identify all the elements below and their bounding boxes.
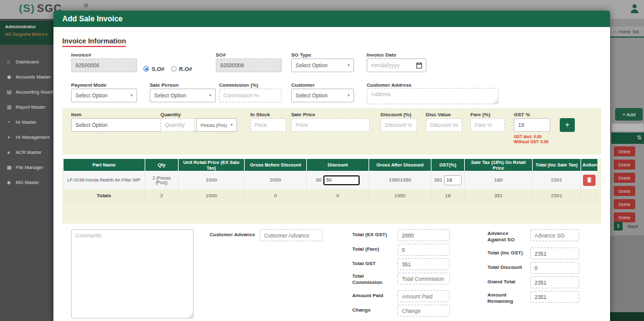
discount-pct-field[interactable] (380, 118, 417, 132)
disc-value-field[interactable] (426, 118, 462, 132)
delete-button[interactable]: Delete (614, 199, 635, 209)
globe-icon: ◉ (7, 74, 13, 80)
delete-button[interactable]: Delete (614, 186, 635, 196)
change-label: Change (352, 307, 370, 313)
sale-price-field[interactable] (291, 118, 370, 132)
total-fare-field[interactable] (397, 244, 450, 256)
sidebar-item-hr-management[interactable]: ◑Hr Management (0, 131, 53, 143)
col-total: Total (Inc Sale Tax) (533, 159, 581, 171)
cell-part-name: LP-0198-Honda Rebirth Air-Filter IMP (64, 171, 145, 189)
sidebar-item-hr-master[interactable]: ◔Hr Master (0, 116, 53, 128)
without-gst-text: Without GST: 0.00 (514, 139, 548, 144)
sidebar-item-label: Accounting Vouch (16, 89, 53, 95)
quantity-field[interactable] (160, 118, 195, 132)
ro-radio-label[interactable]: R.O# (179, 66, 192, 72)
in-stock-field[interactable] (250, 118, 286, 132)
sale-person-select[interactable]: Select Option▾ (150, 89, 216, 102)
sidebar-item-accounting-vouchers[interactable]: ▤Accounting Vouch (0, 85, 53, 98)
amount-remaining-field[interactable] (530, 291, 579, 303)
user-org[interactable]: MG Sargodha Motors ▾ (5, 32, 48, 37)
total-inc-gst-field[interactable] (530, 248, 579, 259)
total-ex-gst-field[interactable] (397, 229, 450, 241)
hamburger-icon[interactable]: ≡ (84, 1, 89, 10)
add-item-button[interactable]: + (560, 118, 575, 132)
sidebar-item-accounts-master[interactable]: ◉Accounts Master (0, 70, 53, 83)
payment-mode-select[interactable]: Select Option▾ (71, 89, 137, 102)
totals-sale-tax: 351 (465, 189, 533, 203)
invoice-number-field (71, 58, 137, 72)
quantity-unit-select[interactable]: Peices (Pcs)▾ (196, 118, 237, 132)
breadcrumb-page: Sal (633, 30, 639, 34)
change-field[interactable] (397, 305, 450, 317)
row-delete-button[interactable] (583, 175, 596, 186)
cell-qty: 2 (Peices (Pcs)) (145, 171, 179, 189)
sidebar-item-report-master[interactable]: ▥Report Master (0, 101, 53, 113)
commission-field[interactable] (219, 89, 282, 102)
row-discount-input[interactable] (323, 175, 360, 185)
app-frame: (S)SGC ≡ Administrator MG Sargodha Motor… (0, 0, 644, 321)
totals-total: 2301 (533, 189, 581, 203)
customer-label: Customer (291, 82, 314, 88)
so-type-select[interactable]: Select Option▾ (291, 58, 354, 72)
gst-helper-text: GST Amt: 0.00 Without GST: 0.00 (514, 134, 548, 144)
col-qty: Qty (145, 159, 179, 171)
sidebar-item-mg-master[interactable]: ◈MG Master (0, 176, 53, 188)
cell-gross-before: 2000 (245, 171, 307, 189)
cell-gross-after: 19501950 (369, 171, 431, 189)
sale-price-label: Sale Price (291, 112, 315, 117)
delete-button[interactable]: Delete (614, 146, 635, 156)
trash-icon (587, 177, 592, 183)
quantity-label: Quantity (160, 112, 180, 117)
delete-button[interactable]: Delete (614, 173, 635, 183)
total-gst-field[interactable] (397, 258, 450, 270)
customer-select[interactable]: Select Option▾ (291, 89, 354, 102)
order-type-radio-group: S.O#R.O# (143, 62, 199, 73)
gst-pct-label: GST % (514, 112, 530, 117)
sidebar-item-acr-master[interactable]: ◕ACR Master (0, 146, 53, 158)
sidebar-item-label: Hr Management (16, 134, 50, 140)
acr-icon: ◕ (7, 150, 13, 155)
so-radio-label[interactable]: S.O# (152, 66, 165, 72)
sidebar-item-dashboard[interactable]: ⌂Dashboard (0, 55, 53, 68)
customer-advance-label: Customer Advance (209, 232, 255, 238)
advance-against-so-field[interactable] (530, 229, 579, 241)
amount-paid-field[interactable] (397, 290, 450, 302)
user-icon[interactable] (630, 4, 639, 14)
folder-icon: ▦ (7, 165, 13, 170)
payment-mode-value: Select Option (75, 92, 108, 99)
total-discount-field[interactable] (530, 262, 579, 274)
sort-icon[interactable]: ⇅ (636, 134, 641, 141)
calendar-icon[interactable] (416, 62, 422, 68)
total-commission-field[interactable] (397, 273, 450, 285)
comments-field[interactable] (71, 229, 194, 318)
row-gst-input[interactable] (444, 175, 462, 185)
delete-button[interactable]: Delete (614, 212, 635, 222)
customer-address-field[interactable] (367, 88, 499, 104)
sidebar-user-block[interactable]: Administrator MG Sargodha Motors ▾ (0, 21, 53, 45)
breadcrumb-home[interactable]: Home (619, 30, 631, 34)
fare-pct-field[interactable] (470, 118, 505, 132)
totals-gst: 18 (431, 189, 465, 203)
gst-pct-field[interactable] (514, 118, 550, 132)
customer-address-label: Customer Address (367, 82, 411, 88)
totals-label: Totals (64, 189, 145, 203)
search-input[interactable] (611, 123, 644, 132)
chevron-down-icon: ▾ (347, 93, 350, 98)
customer-advance-field[interactable] (260, 229, 323, 241)
so-radio[interactable] (143, 66, 149, 72)
sidebar-item-label: Accounts Master (16, 74, 51, 80)
amount-remaining-label: Amount Remaining (487, 292, 519, 305)
pagination-page-1[interactable]: 1 (614, 222, 623, 231)
sidebar-item-file-manager[interactable]: ▦File Manager (0, 161, 53, 173)
totals-discount: 0 (307, 189, 369, 203)
item-label: Item (71, 112, 81, 117)
ro-radio[interactable] (171, 66, 177, 72)
add-button[interactable]: + Add (615, 108, 643, 121)
totals-gross-after: 1950 (369, 189, 431, 203)
pagination-next[interactable]: Next (628, 224, 638, 229)
cell-total: 2301 (533, 171, 581, 189)
totals-row: Totals 2 1000 0 0 1950 18 351 2301 (64, 189, 598, 203)
grand-total-field[interactable] (530, 276, 579, 288)
delete-button[interactable]: Delete (614, 160, 635, 170)
invoice-date-input[interactable]: mm/dd/yyyy (367, 58, 426, 72)
